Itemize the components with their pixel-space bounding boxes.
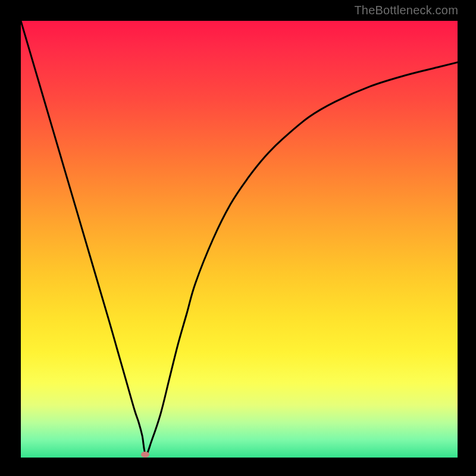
min-point-marker xyxy=(141,452,149,458)
plot-area xyxy=(21,21,458,458)
bottleneck-curve xyxy=(21,21,458,458)
watermark-text: TheBottleneck.com xyxy=(354,4,458,17)
chart-frame: TheBottleneck.com xyxy=(0,0,476,476)
